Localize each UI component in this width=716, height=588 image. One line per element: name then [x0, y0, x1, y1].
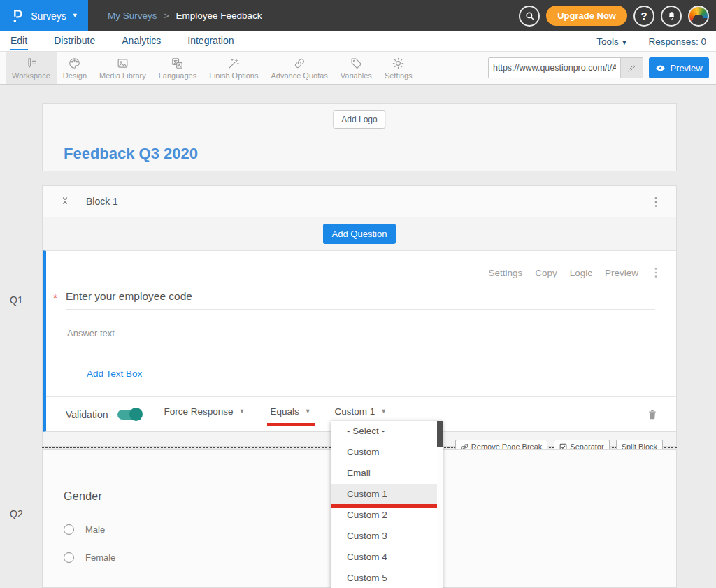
questionpro-logo-icon: [10, 8, 25, 24]
menu-item-custom-3[interactable]: Custom 3: [331, 526, 437, 547]
question-text[interactable]: Enter your employee code: [66, 290, 192, 303]
q2-question-text[interactable]: Gender: [64, 490, 102, 503]
tab-edit[interactable]: Edit: [10, 32, 28, 50]
product-switcher[interactable]: Surveys ▼: [0, 0, 88, 31]
finish-options-icon: [227, 57, 241, 70]
validation-toggle[interactable]: [117, 410, 141, 420]
chevron-down-icon: ▼: [72, 13, 78, 19]
chevron-down-icon: ▼: [622, 39, 628, 46]
tab-analytics[interactable]: Analytics: [121, 32, 162, 50]
question-settings-link[interactable]: Settings: [488, 268, 522, 278]
tab-distribute[interactable]: Distribute: [53, 32, 96, 50]
workspace-icon: [24, 57, 38, 70]
tools-dropdown[interactable]: Tools ▼: [596, 36, 627, 47]
validation-label: Validation: [66, 409, 108, 420]
radio-option-male: Male: [64, 524, 105, 535]
breadcrumb: My Surveys > Employee Feedback: [108, 0, 262, 31]
breadcrumb-my-surveys[interactable]: My Surveys: [108, 10, 157, 21]
collapse-block-icon[interactable]: [59, 196, 71, 207]
menu-item-custom-4[interactable]: Custom 4: [331, 547, 437, 568]
chevron-down-icon: ▼: [305, 408, 311, 415]
question-number-q1: Q1: [10, 294, 23, 306]
chevron-down-icon: ▼: [380, 408, 387, 415]
languages-icon: [171, 57, 184, 70]
toolbar-item-finish-options[interactable]: Finish Options: [203, 52, 264, 84]
edit-url-button[interactable]: [620, 58, 643, 78]
upgrade-now-button[interactable]: Upgrade Now: [546, 6, 627, 26]
delete-question-trash-icon[interactable]: [647, 408, 658, 421]
help-button[interactable]: ?: [633, 6, 654, 27]
menu-item-select[interactable]: - Select -: [331, 421, 437, 442]
advance-quotas-icon: [293, 57, 306, 70]
design-icon: [68, 57, 81, 70]
question-number-q2: Q2: [10, 508, 23, 519]
breadcrumb-current: Employee Feedback: [176, 10, 262, 21]
survey-url-input[interactable]: [489, 58, 620, 78]
radio-option-female: Female: [64, 552, 115, 563]
toolbar-item-design[interactable]: Design: [57, 52, 93, 84]
toolbar-item-settings[interactable]: Settings: [378, 52, 419, 84]
block-title: Block 1: [86, 196, 118, 207]
bell-icon: [666, 10, 677, 21]
menu-item-email[interactable]: Email: [331, 463, 437, 484]
search-button[interactable]: [519, 6, 540, 27]
question-mark-icon: ?: [640, 10, 647, 22]
add-question-button[interactable]: Add Question: [323, 224, 396, 244]
required-asterisk: *: [53, 292, 57, 303]
validation-value-menu: - Select - Custom Email Custom 1 Custom …: [331, 421, 443, 588]
validation-operator-dropdown[interactable]: Equals▼: [268, 406, 312, 422]
add-text-box-link[interactable]: Add Text Box: [87, 368, 142, 379]
radio-button[interactable]: [64, 552, 74, 563]
add-question-strip: Add Question: [43, 217, 676, 250]
toolbar-item-workspace[interactable]: Workspace: [6, 52, 57, 84]
breadcrumb-separator: >: [164, 11, 169, 21]
settings-icon: [392, 57, 405, 70]
answer-text-field[interactable]: Answer text: [67, 328, 243, 345]
edit-toolbar: Workspace Design Media Library Languages…: [0, 52, 716, 85]
validation-rule-dropdown[interactable]: Force Response▼: [162, 406, 248, 422]
survey-canvas: Q1 Q2 Add Logo Feedback Q3 2020 Block 1 …: [0, 85, 716, 588]
toolbar-item-variables[interactable]: Variables: [334, 52, 378, 84]
survey-nav: Edit Distribute Analytics Integration To…: [0, 31, 716, 52]
question-card-q1: Settings Copy Logic Preview * Enter your…: [43, 250, 676, 432]
toolbar-item-languages[interactable]: Languages: [152, 52, 203, 84]
block-menu-kebab-icon[interactable]: [651, 196, 661, 208]
nav-right: Tools ▼ Responses: 0: [596, 36, 706, 47]
toolbar-item-advance-quotas[interactable]: Advance Quotas: [264, 52, 334, 84]
top-bar: Surveys ▼ My Surveys > Employee Feedback…: [0, 0, 716, 31]
toggle-knob: [129, 408, 143, 421]
tab-integration[interactable]: Integration: [187, 32, 234, 50]
question-menu-kebab-icon[interactable]: [651, 267, 661, 278]
block-1: Block 1 Add Question Settings Copy Logic…: [42, 185, 677, 447]
pencil-icon: [627, 64, 636, 73]
survey-title[interactable]: Feedback Q3 2020: [64, 145, 198, 163]
dropdown-scrollbar[interactable]: [437, 421, 443, 588]
menu-item-custom-2[interactable]: Custom 2: [331, 505, 437, 526]
menu-item-custom-1[interactable]: Custom 1: [331, 484, 437, 505]
add-logo-button[interactable]: Add Logo: [333, 110, 385, 129]
question-copy-link[interactable]: Copy: [535, 268, 557, 278]
dropdown-scrollbar-thumb[interactable]: [437, 421, 443, 447]
product-name: Surveys: [31, 10, 66, 22]
menu-item-custom[interactable]: Custom: [331, 442, 437, 463]
preview-button[interactable]: Preview: [649, 57, 709, 78]
question-actions: Settings Copy Logic Preview: [488, 267, 661, 278]
selected-item-highlight-bar: [331, 504, 443, 508]
eye-icon: [655, 63, 666, 73]
responses-count: Responses: 0: [648, 36, 706, 47]
media-library-icon: [116, 57, 129, 70]
notifications-button[interactable]: [661, 6, 682, 27]
variables-icon: [350, 57, 363, 70]
question-preview-link[interactable]: Preview: [605, 268, 638, 278]
survey-url-box: [488, 57, 643, 78]
operator-highlight-underline: [267, 423, 315, 426]
nav-tabs: Edit Distribute Analytics Integration: [10, 32, 234, 50]
user-avatar[interactable]: [688, 6, 709, 27]
menu-item-custom-5[interactable]: Custom 5: [331, 568, 437, 588]
validation-value-dropdown[interactable]: Custom 1▼: [333, 406, 390, 422]
toolbar-item-media-library[interactable]: Media Library: [93, 52, 152, 84]
block-header: Block 1: [43, 186, 676, 217]
question-text-underline: [66, 309, 655, 310]
radio-button[interactable]: [64, 524, 74, 535]
question-logic-link[interactable]: Logic: [570, 268, 592, 278]
